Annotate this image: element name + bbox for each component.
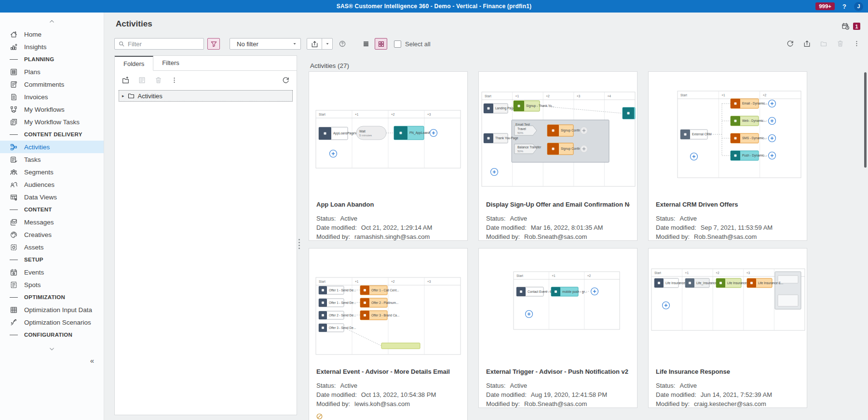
sidebar-item-commitments[interactable]: Commitments [0, 78, 104, 91]
import-icon[interactable] [803, 39, 811, 48]
sidebar-label: PLANNING [24, 56, 54, 62]
modified-by-label: Modified by: [656, 233, 690, 240]
activity-card[interactable]: Start+1+2+3Offer 1 - Send De...Offer 1 -… [309, 248, 468, 420]
panel-tabs: Folders Filters [115, 56, 297, 71]
activity-card[interactable]: Start+1+2Contact Event - E...mobile push… [478, 248, 637, 408]
sidebar-section-optimization: OPTIMIZATION [0, 291, 104, 303]
expand-caret-icon[interactable]: ▸ [122, 93, 124, 98]
svg-text:+1: +1 [721, 93, 725, 97]
filter-search-box[interactable] [114, 38, 204, 50]
sidebar-collapse-icon[interactable]: « [90, 356, 94, 365]
sidebar-item-optimization-scenarios[interactable]: Optimization Scenarios [0, 316, 104, 328]
help-circle-icon[interactable] [339, 40, 346, 48]
sidebar-label: CONTENT DELIVERY [24, 131, 82, 137]
delete-folder-icon[interactable] [154, 76, 163, 84]
activity-thumbnail: Start+1+2External CRMEmail - Dynamic...W… [649, 72, 807, 195]
sidebar-item-audiences[interactable]: Audiences [0, 178, 104, 191]
sidebar-item-my-workflows[interactable]: My Workflows [0, 103, 104, 116]
filter-input[interactable] [128, 40, 200, 48]
sidebar-item-creatives[interactable]: Creatives [0, 228, 104, 241]
import-button[interactable] [307, 39, 322, 49]
date-modified-value: Jun 14, 2021, 7:52:39 AM [701, 391, 772, 398]
filter-funnel-button[interactable] [207, 38, 220, 50]
calendar-clock-icon[interactable] [841, 22, 850, 30]
sidebar-item-tasks[interactable]: Tasks [0, 153, 104, 166]
new-folder-icon[interactable] [122, 76, 130, 84]
svg-text:Offer 1 - Call Cent...: Offer 1 - Call Cent... [371, 289, 399, 292]
modified-by-label: Modified by: [316, 233, 350, 240]
activity-card[interactable]: Start+1+2+3+4Life InsuranceLife_Insuranc… [648, 248, 807, 408]
sidebar-item-insights[interactable]: Insights [0, 40, 104, 53]
list-view-button[interactable] [360, 38, 372, 50]
activity-thumbnail: Start+1+2Contact Event - E...mobile push… [479, 249, 637, 362]
more-options-icon[interactable] [853, 40, 860, 47]
sidebar-item-my-workflow-tasks[interactable]: My Workflow Tasks [0, 116, 104, 128]
sidebar-item-invoices[interactable]: Invoices [0, 91, 104, 103]
sidebar-label: Events [24, 269, 44, 276]
sidebar-item-events[interactable]: Events [0, 266, 104, 278]
import-split-button [307, 38, 333, 50]
activity-thumbnail: Start+1+2+3+4Email TestLanding PageSignu… [479, 72, 637, 195]
status-label: Status: [656, 215, 675, 222]
sidebar-label: Tasks [24, 156, 41, 163]
refresh-icon[interactable] [786, 39, 794, 48]
sidebar-item-segments[interactable]: Segments [0, 166, 104, 178]
import-menu-caret[interactable] [322, 39, 332, 49]
panel-splitter[interactable] [297, 232, 301, 256]
spots-icon [10, 281, 18, 289]
delete-icon[interactable] [836, 39, 844, 48]
svg-text:+1: +1 [552, 274, 556, 277]
grid-view-button[interactable] [375, 38, 387, 50]
svg-text:Life Insurance: Life Insurance [727, 281, 747, 285]
date-modified-label: Date modified: [316, 391, 357, 398]
svg-text:Start: Start [319, 280, 326, 283]
select-all-checkbox[interactable] [394, 40, 401, 48]
tab-folders[interactable]: Folders [115, 56, 153, 71]
section-dash [10, 335, 18, 335]
folders-refresh-icon[interactable] [282, 76, 290, 84]
modified-by-value: lewis.koh@sas.com [354, 400, 410, 407]
folder-tree-item-activities[interactable]: ▸ Activities [119, 90, 293, 102]
move-to-folder-icon[interactable] [820, 40, 827, 48]
sidebar-label: CONTENT [24, 207, 52, 212]
notifications-badge[interactable]: 999+ [815, 2, 835, 10]
sidebar-scroll-up-icon[interactable] [0, 17, 104, 26]
sidebar-item-assets[interactable]: Assets [0, 241, 104, 253]
sidebar-item-optimization-input-data[interactable]: Optimization Input Data [0, 303, 104, 316]
sidebar-label: OPTIMIZATION [24, 294, 65, 300]
sidebar-label: Assets [24, 244, 44, 251]
activity-title: App Loan Abandon [316, 201, 460, 208]
svg-text:+1: +1 [355, 113, 359, 116]
activity-card[interactable]: Start+1+2+3+4Email TestLanding PageSignu… [478, 71, 637, 241]
help-icon[interactable]: ? [842, 3, 846, 10]
svg-text:Contact Event - E...: Contact Event - E... [528, 290, 555, 293]
activity-title: External Event - Advisor - More Details … [316, 368, 460, 375]
tab-filters[interactable]: Filters [153, 56, 188, 70]
sidebar-item-spots[interactable]: Spots [0, 278, 104, 291]
app-title: SAS® Customer Intelligence 360 - Demo - … [0, 0, 868, 13]
modified-by-value: ramashish.singh@sas.com [354, 233, 430, 240]
svg-text:+2: +2 [763, 93, 767, 97]
select-all-control[interactable]: Select all [394, 40, 431, 48]
sidebar-item-plans[interactable]: Plans [0, 66, 104, 78]
folder-details-icon[interactable] [138, 76, 146, 84]
sidebar-item-home[interactable]: Home [0, 28, 104, 40]
scrollbar-thumb[interactable] [864, 72, 867, 168]
sidebar-item-messages[interactable]: Messages [0, 216, 104, 228]
user-avatar[interactable]: J [854, 2, 863, 11]
sidebar-label: My Workflow Tasks [24, 118, 80, 126]
sidebar-label: Segments [24, 169, 54, 176]
activity-card[interactable]: Start+1+2+3AppLoansPageVi...Wait5 minute… [309, 71, 468, 241]
svg-text:Push - Dynamic...: Push - Dynamic... [742, 154, 767, 158]
activity-card[interactable]: Start+1+2External CRMEmail - Dynamic...W… [648, 71, 807, 241]
sidebar-item-data-views[interactable]: Data Views [0, 191, 104, 203]
main-area: Activities 1 No filter Select all [104, 13, 868, 420]
svg-text:Offer 3 - Brand Ca...: Offer 3 - Brand Ca... [371, 314, 400, 317]
sidebar-item-activities[interactable]: Activities [0, 141, 104, 153]
sidebar-scroll-down-icon[interactable] [0, 345, 104, 353]
modified-by-label: Modified by: [316, 400, 350, 407]
folder-more-options-icon[interactable] [171, 77, 178, 84]
svg-text:Wait: Wait [359, 130, 366, 133]
svg-text:Life Insurance: Life Insurance [665, 281, 685, 285]
saved-filter-dropdown[interactable]: No filter [230, 38, 301, 50]
